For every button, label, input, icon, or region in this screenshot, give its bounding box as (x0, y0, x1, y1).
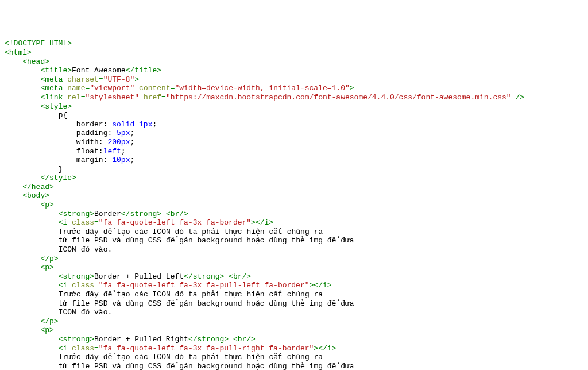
head-open-tag: <head> (22, 57, 49, 66)
html-open-tag: <html> (5, 48, 32, 57)
p-close-1: </p> (40, 255, 58, 263)
section-2-title: Border + Pulled Left (94, 272, 184, 281)
attr-charset: charset (63, 75, 98, 84)
val-href: "https://maxcdn.bootstrapcdn.com/font-aw… (166, 93, 511, 102)
para-line-1a: Trước đây để tạo các ICON đó ta phải thự… (59, 228, 323, 236)
section-3-class: "fa fa-quote-left fa-3x fa-pull-right fa… (99, 344, 314, 353)
val-viewport-content: "width=device-width, initial-scale=1.0" (175, 84, 350, 92)
css-border-prop: border: (76, 120, 112, 129)
para-line-2a: Trước đây để tạo các ICON đó ta phải thự… (59, 290, 323, 299)
css-width-prop: width: (76, 138, 108, 147)
title-close: </title> (126, 66, 161, 75)
css-border-val: solid 1px (112, 120, 152, 129)
css-padding-prop: padding: (76, 129, 117, 137)
code-block: <!DOCTYPE HTML> <html> <head> <title>Fon… (5, 39, 583, 370)
val-rel: "stylesheet" (85, 93, 139, 102)
style-open: <style> (40, 102, 72, 111)
p-open-1: <p> (40, 201, 53, 209)
para-line-1b: từ file PSD và dùng CSS để gán backgroun… (59, 236, 354, 245)
css-margin-prop: margin: (76, 156, 112, 164)
attr-content: content (134, 84, 170, 92)
css-padding-val: 5px (117, 129, 130, 137)
val-viewport-name: "viewport" (90, 84, 134, 92)
para-line-1c: ICON đó vào. (59, 245, 113, 254)
section-1-class: "fa fa-quote-left fa-3x fa-border" (99, 218, 251, 227)
meta-viewport-open: <meta (40, 84, 63, 92)
section-1-title: Border (94, 210, 121, 218)
attr-rel: rel (63, 93, 80, 102)
link-open: <link (40, 93, 63, 102)
meta-charset-open: <meta (40, 75, 63, 84)
val-charset: "UTF-8" (103, 75, 135, 84)
section-3-title: Border + Pulled Right (94, 335, 188, 344)
title-open: <title> (40, 66, 72, 75)
para-line-2b: từ file PSD và dùng CSS để gán backgroun… (59, 299, 354, 308)
css-float-val: left (103, 147, 121, 156)
css-float-prop: float: (76, 147, 103, 156)
doctype-tag: <!DOCTYPE HTML> (5, 39, 72, 48)
p-open-2: <p> (40, 263, 53, 272)
para-line-3b: từ file PSD và dùng CSS để gán backgroun… (59, 362, 354, 370)
title-text: Font Awesome (72, 66, 126, 75)
para-line-3a: Trước đây để tạo các ICON đó ta phải thự… (59, 353, 323, 361)
para-line-2c: ICON đó vào. (59, 308, 113, 317)
head-close: </head> (22, 183, 54, 191)
body-open: <body> (22, 191, 49, 200)
section-2-class: "fa fa-quote-left fa-3x fa-pull-left fa-… (99, 281, 310, 290)
css-margin-val: 10px (112, 156, 130, 164)
style-close: </style> (40, 174, 76, 182)
attr-href: href (139, 93, 161, 102)
css-width-val: 200px (107, 138, 130, 147)
p-close-2: </p> (40, 317, 58, 326)
attr-name: name (63, 84, 85, 92)
p-open-3: <p> (40, 326, 53, 334)
